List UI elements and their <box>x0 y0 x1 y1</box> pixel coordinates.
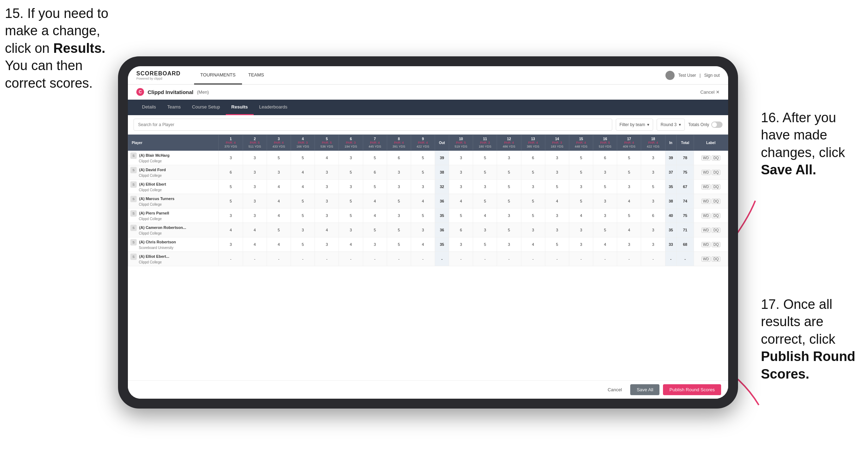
score-h15[interactable]: 3 <box>569 237 593 252</box>
score-h5[interactable]: 3 <box>315 237 339 252</box>
score-h18[interactable]: 3 <box>641 237 665 252</box>
score-h15[interactable]: 3 <box>569 180 593 194</box>
score-h3[interactable]: 5 <box>267 223 291 237</box>
save-all-button[interactable]: Save All <box>630 384 659 395</box>
score-h6[interactable]: 5 <box>339 165 363 180</box>
score-h14[interactable]: 3 <box>545 208 569 223</box>
score-h12[interactable]: 5 <box>497 180 521 194</box>
score-h12[interactable]: 5 <box>497 194 521 208</box>
score-h3[interactable]: 5 <box>267 151 291 165</box>
score-h17[interactable]: 4 <box>617 194 641 208</box>
score-h7[interactable]: 5 <box>363 180 387 194</box>
score-h16[interactable]: 5 <box>593 223 617 237</box>
score-h15[interactable]: 5 <box>569 151 593 165</box>
search-input[interactable] <box>134 119 612 131</box>
score-h6[interactable]: 4 <box>339 237 363 252</box>
score-h2[interactable]: 4 <box>243 237 267 252</box>
score-h2[interactable]: 4 <box>243 223 267 237</box>
score-h11[interactable]: 5 <box>473 165 497 180</box>
score-h3[interactable]: 4 <box>267 237 291 252</box>
score-h11[interactable]: 3 <box>473 223 497 237</box>
score-h18[interactable]: 3 <box>641 151 665 165</box>
tab-results[interactable]: Results <box>226 100 254 115</box>
score-h2[interactable]: 3 <box>243 208 267 223</box>
score-h4[interactable]: 5 <box>291 151 315 165</box>
score-h6[interactable]: 5 <box>339 194 363 208</box>
score-h15[interactable]: 5 <box>569 194 593 208</box>
score-h8[interactable]: - <box>387 252 411 266</box>
score-h6[interactable]: 3 <box>339 180 363 194</box>
score-h18[interactable]: 3 <box>641 165 665 180</box>
score-h7[interactable]: 6 <box>363 165 387 180</box>
dq-button[interactable]: DQ <box>712 184 720 189</box>
score-h18[interactable]: 3 <box>641 223 665 237</box>
score-h2[interactable]: 3 <box>243 194 267 208</box>
score-h13[interactable]: 3 <box>521 223 545 237</box>
score-h9[interactable]: 5 <box>411 165 435 180</box>
score-h13[interactable]: 5 <box>521 165 545 180</box>
score-h7[interactable]: 3 <box>363 237 387 252</box>
score-h12[interactable]: - <box>497 252 521 266</box>
score-h3[interactable]: 4 <box>267 194 291 208</box>
score-h1[interactable]: 3 <box>219 151 243 165</box>
score-h1[interactable]: 6 <box>219 165 243 180</box>
score-h8[interactable]: 3 <box>387 208 411 223</box>
score-h17[interactable]: 4 <box>617 223 641 237</box>
score-h5[interactable]: 3 <box>315 180 339 194</box>
score-h14[interactable]: 5 <box>545 180 569 194</box>
score-h13[interactable]: 5 <box>521 208 545 223</box>
dq-button[interactable]: DQ <box>712 199 720 204</box>
wd-button[interactable]: WD <box>701 213 711 218</box>
score-h8[interactable]: 5 <box>387 223 411 237</box>
score-h9[interactable]: 5 <box>411 151 435 165</box>
score-h14[interactable]: 3 <box>545 223 569 237</box>
dq-button[interactable]: DQ <box>712 155 720 161</box>
cancel-button[interactable]: Cancel <box>603 384 627 395</box>
score-h10[interactable]: 6 <box>449 223 473 237</box>
score-h6[interactable]: - <box>339 252 363 266</box>
wd-button[interactable]: WD <box>701 199 711 204</box>
score-h11[interactable]: 4 <box>473 208 497 223</box>
score-h18[interactable]: - <box>641 252 665 266</box>
nav-tournaments[interactable]: TOURNAMENTS <box>194 66 242 85</box>
score-h14[interactable]: 5 <box>545 237 569 252</box>
score-h4[interactable]: 5 <box>291 194 315 208</box>
totals-only-toggle[interactable]: Totals Only <box>688 122 723 128</box>
score-h11[interactable]: 5 <box>473 237 497 252</box>
score-h10[interactable]: 3 <box>449 165 473 180</box>
score-h5[interactable]: 4 <box>315 223 339 237</box>
score-h14[interactable]: 4 <box>545 194 569 208</box>
score-h11[interactable]: 5 <box>473 194 497 208</box>
score-h1[interactable]: - <box>219 252 243 266</box>
score-h4[interactable]: 4 <box>291 165 315 180</box>
score-h5[interactable]: 3 <box>315 208 339 223</box>
score-h5[interactable]: - <box>315 252 339 266</box>
score-h18[interactable]: 3 <box>641 194 665 208</box>
score-h10[interactable]: 5 <box>449 208 473 223</box>
score-h3[interactable]: - <box>267 252 291 266</box>
wd-button[interactable]: WD <box>701 184 711 189</box>
score-h9[interactable]: - <box>411 252 435 266</box>
score-h8[interactable]: 5 <box>387 194 411 208</box>
score-h8[interactable]: 6 <box>387 151 411 165</box>
tab-teams[interactable]: Teams <box>162 100 186 115</box>
score-h4[interactable]: 3 <box>291 223 315 237</box>
score-h6[interactable]: 3 <box>339 223 363 237</box>
score-h3[interactable]: 4 <box>267 180 291 194</box>
dq-button[interactable]: DQ <box>712 256 720 262</box>
score-h1[interactable]: 3 <box>219 237 243 252</box>
score-h3[interactable]: 4 <box>267 208 291 223</box>
score-h8[interactable]: 3 <box>387 180 411 194</box>
score-h4[interactable]: - <box>291 252 315 266</box>
score-h11[interactable]: 5 <box>473 151 497 165</box>
score-h17[interactable]: 5 <box>617 208 641 223</box>
score-h6[interactable]: 3 <box>339 151 363 165</box>
score-h16[interactable]: 3 <box>593 194 617 208</box>
score-h5[interactable]: 4 <box>315 151 339 165</box>
sign-out-link[interactable]: Sign out <box>704 73 720 78</box>
score-h1[interactable]: 3 <box>219 208 243 223</box>
score-h1[interactable]: 5 <box>219 180 243 194</box>
score-h12[interactable]: 5 <box>497 223 521 237</box>
score-h15[interactable]: 5 <box>569 165 593 180</box>
score-h15[interactable]: - <box>569 252 593 266</box>
